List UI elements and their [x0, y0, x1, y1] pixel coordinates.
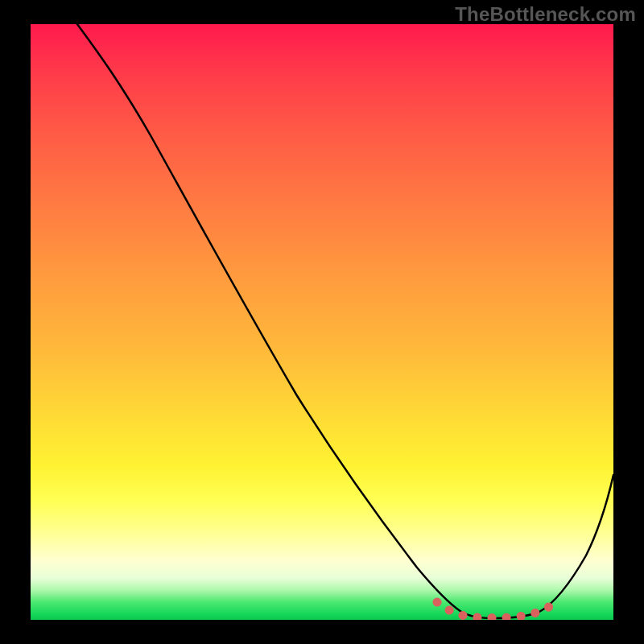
- plot-area: [31, 24, 613, 620]
- watermark-text: TheBottleneck.com: [455, 3, 636, 26]
- curve-svg: [31, 24, 613, 620]
- chart-canvas: TheBottleneck.com: [0, 0, 644, 644]
- optimal-range-marker: [437, 602, 555, 617]
- bottleneck-curve: [77, 24, 613, 618]
